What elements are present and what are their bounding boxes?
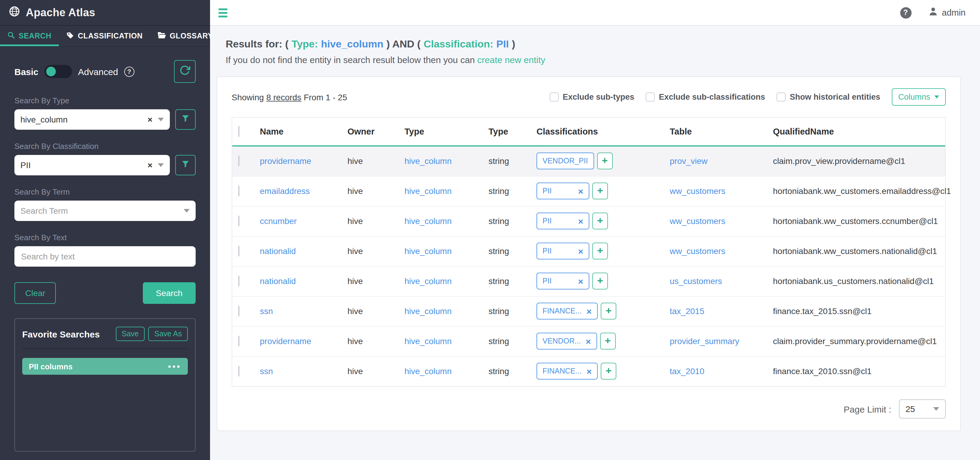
search-by-text-label: Search By Text	[14, 233, 196, 242]
add-classification-button[interactable]: +	[592, 273, 608, 289]
menu-icon[interactable]	[216, 6, 230, 19]
tab-search[interactable]: SEARCH	[0, 26, 59, 46]
term-select[interactable]: Search Term	[14, 201, 196, 221]
table-link[interactable]: provider_summary	[670, 336, 739, 346]
entity-type-link[interactable]: hive_column	[404, 216, 452, 226]
search-text-input[interactable]	[14, 246, 196, 267]
add-classification-button[interactable]: +	[601, 303, 616, 319]
classification-filter-button[interactable]	[175, 155, 196, 175]
remove-classification-icon[interactable]: ×	[578, 246, 583, 256]
entity-name-link[interactable]: providername	[260, 157, 311, 166]
remove-classification-icon[interactable]: ×	[587, 307, 592, 316]
remove-classification-icon[interactable]: ×	[587, 367, 592, 376]
search-button[interactable]: Search	[143, 282, 196, 304]
row-checkbox[interactable]	[238, 185, 239, 196]
remove-classification-icon[interactable]: ×	[578, 276, 583, 286]
add-classification-button[interactable]: +	[592, 212, 608, 229]
clear-classification-icon[interactable]: ×	[148, 161, 153, 169]
create-new-entity-link[interactable]: create new entity	[477, 55, 546, 65]
entity-type-link[interactable]: hive_column	[404, 306, 452, 316]
classification-tag-label: PII	[542, 277, 552, 285]
query-classification-value: PII	[496, 38, 509, 50]
user-menu[interactable]: admin	[928, 6, 966, 19]
save-as-button[interactable]: Save As	[148, 327, 188, 341]
select-all-checkbox[interactable]	[238, 126, 239, 137]
classification-tag[interactable]: PII ×	[536, 182, 589, 200]
save-button[interactable]: Save	[116, 327, 145, 341]
help-circle-icon[interactable]: ?	[900, 7, 911, 18]
chevron-down-icon	[158, 163, 164, 167]
app-logo[interactable]: Apache Atlas	[0, 0, 210, 26]
refresh-button[interactable]	[174, 60, 196, 83]
entity-name-link[interactable]: nationalid	[260, 276, 296, 286]
classification-tag[interactable]: PII ×	[536, 212, 589, 229]
exclude-subtypes-checkbox[interactable]	[549, 93, 558, 102]
row-checkbox[interactable]	[238, 156, 239, 167]
entity-name-link[interactable]: providername	[260, 336, 311, 346]
entity-name-link[interactable]: ssn	[260, 306, 273, 316]
header-table: Table	[664, 118, 767, 146]
show-historical-checkbox[interactable]	[776, 93, 786, 102]
exclude-subtypes-option[interactable]: Exclude sub-types	[549, 93, 634, 102]
row-checkbox[interactable]	[238, 276, 239, 286]
table-row: ccnumber hive hive_column string PII × +…	[232, 206, 945, 236]
entity-type-link[interactable]: hive_column	[404, 276, 452, 286]
sidebar-tabs: SEARCH CLASSIFICATION GLOSSARY	[0, 26, 210, 47]
table-link[interactable]: us_customers	[670, 276, 722, 286]
classification-tag[interactable]: FINANCE... ×	[536, 303, 598, 319]
tab-classification[interactable]: CLASSIFICATION	[59, 26, 150, 46]
basic-advanced-toggle[interactable]	[45, 65, 72, 78]
tab-glossary[interactable]: GLOSSARY	[150, 26, 220, 46]
remove-classification-icon[interactable]: ×	[578, 217, 583, 225]
show-historical-option[interactable]: Show historical entities	[776, 93, 880, 102]
table-link[interactable]: tax_2015	[670, 306, 704, 316]
entity-name-link[interactable]: ssn	[260, 367, 273, 376]
add-classification-button[interactable]: +	[597, 153, 612, 170]
table-link[interactable]: prov_view	[670, 157, 708, 166]
entity-type-link[interactable]: hive_column	[404, 246, 452, 256]
type-select[interactable]: hive_column ×	[14, 109, 170, 130]
exclude-subclassifications-checkbox[interactable]	[646, 93, 655, 102]
add-classification-button[interactable]: +	[600, 333, 616, 350]
row-checkbox[interactable]	[238, 216, 239, 227]
row-checkbox[interactable]	[238, 366, 239, 377]
table-row: ssn hive hive_column string FINANCE... ×…	[232, 356, 945, 386]
add-classification-button[interactable]: +	[592, 243, 608, 259]
ellipsis-menu-icon[interactable]: ●●●	[168, 363, 181, 369]
favorite-search-item[interactable]: PII columns ●●●	[22, 358, 188, 375]
classification-tag[interactable]: PII ×	[536, 243, 589, 259]
add-classification-button[interactable]: +	[592, 182, 608, 200]
classification-tag[interactable]: VENDOR... ×	[536, 333, 597, 350]
columns-button[interactable]: Columns	[891, 88, 946, 106]
remove-classification-icon[interactable]: ×	[578, 187, 583, 195]
entity-name-link[interactable]: nationalid	[260, 246, 296, 256]
data-type-value: string	[488, 336, 509, 346]
entity-type-link[interactable]: hive_column	[404, 336, 452, 346]
row-checkbox[interactable]	[238, 246, 239, 256]
table-link[interactable]: tax_2010	[670, 367, 704, 376]
table-row: nationalid hive hive_column string PII ×…	[232, 266, 945, 296]
classification-tag[interactable]: PII ×	[536, 273, 589, 289]
user-icon	[928, 6, 938, 19]
clear-button[interactable]: Clear	[14, 282, 56, 304]
exclude-subclassifications-option[interactable]: Exclude sub-classifications	[646, 93, 765, 102]
row-checkbox[interactable]	[238, 306, 239, 316]
add-classification-button[interactable]: +	[601, 363, 616, 380]
type-filter-button[interactable]	[175, 109, 196, 130]
entity-name-link[interactable]: emailaddress	[260, 186, 310, 196]
classification-tag[interactable]: FINANCE... ×	[536, 363, 598, 380]
table-link[interactable]: ww_customers	[670, 186, 725, 196]
clear-type-icon[interactable]: ×	[148, 115, 153, 124]
entity-type-link[interactable]: hive_column	[404, 367, 452, 376]
help-icon[interactable]: ?	[124, 66, 134, 77]
entity-type-link[interactable]: hive_column	[404, 157, 452, 166]
entity-name-link[interactable]: ccnumber	[260, 216, 297, 226]
entity-type-link[interactable]: hive_column	[404, 186, 452, 196]
page-limit-select[interactable]: 25	[899, 399, 946, 418]
table-link[interactable]: ww_customers	[670, 246, 725, 256]
remove-classification-icon[interactable]: ×	[586, 337, 591, 346]
table-link[interactable]: ww_customers	[670, 216, 725, 226]
classification-select[interactable]: PII ×	[14, 155, 170, 175]
row-checkbox[interactable]	[238, 336, 239, 347]
classification-tag[interactable]: VENDOR_PII	[536, 153, 594, 170]
